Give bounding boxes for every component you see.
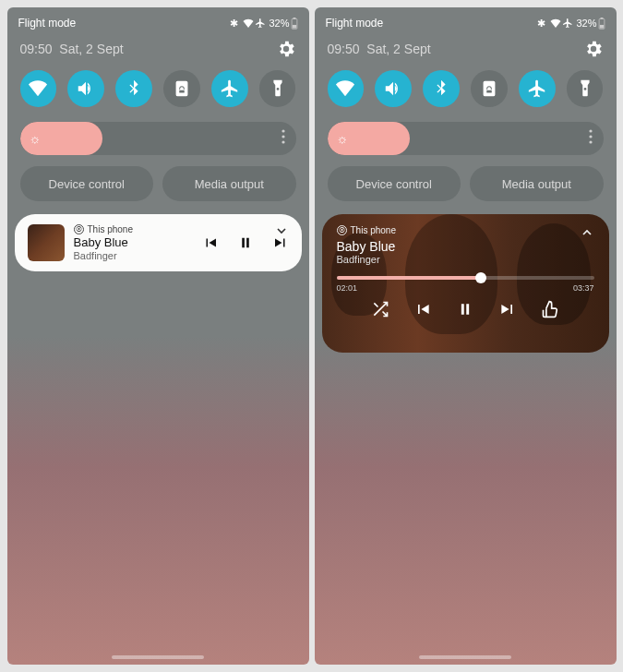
qs-bluetooth[interactable] bbox=[423, 70, 460, 107]
time-text: 09:50 bbox=[20, 42, 53, 56]
media-output-button[interactable]: Media output bbox=[470, 166, 604, 201]
device-control-button[interactable]: Device control bbox=[20, 166, 154, 201]
svg-point-11 bbox=[589, 140, 592, 143]
header-row: 09:50 Sat, 2 Sept bbox=[315, 33, 617, 70]
media-source-label: This phone bbox=[351, 225, 396, 235]
qs-rotation-lock[interactable] bbox=[471, 70, 508, 107]
date-text: Sat, 2 Sept bbox=[366, 42, 430, 56]
bluetooth-status-icon: ✱ bbox=[537, 18, 545, 30]
flight-mode-label: Flight mode bbox=[326, 17, 384, 30]
svg-rect-2 bbox=[292, 24, 295, 28]
brightness-slider[interactable]: ☼ bbox=[328, 122, 604, 155]
phone-screenshot-collapsed: Flight mode ✱ 32% 09:50 Sat, 2 Sept ☼ De… bbox=[7, 7, 309, 665]
device-control-button[interactable]: Device control bbox=[328, 166, 461, 201]
media-info: ⦿ This phone Baby Blue Badfinger bbox=[74, 224, 193, 261]
battery-icon bbox=[291, 18, 298, 30]
date-text: Sat, 2 Sept bbox=[59, 42, 123, 56]
qs-volume[interactable] bbox=[67, 70, 104, 107]
media-title: Baby Blue bbox=[337, 239, 594, 254]
quick-settings-row bbox=[7, 70, 309, 107]
svg-point-10 bbox=[589, 135, 592, 138]
qs-bluetooth[interactable] bbox=[115, 70, 152, 107]
brightness-slider[interactable]: ☼ bbox=[20, 122, 296, 155]
wifi-status-icon-svg bbox=[243, 18, 254, 28]
previous-button[interactable] bbox=[202, 234, 219, 251]
status-bar: Flight mode ✱ 32% bbox=[315, 7, 617, 33]
home-indicator[interactable] bbox=[419, 655, 511, 659]
media-artist: Badfinger bbox=[337, 254, 594, 265]
media-controls-expanded bbox=[337, 300, 594, 318]
svg-point-3 bbox=[282, 129, 284, 132]
svg-point-9 bbox=[589, 129, 592, 132]
brightness-icon: ☼ bbox=[30, 131, 42, 146]
qs-flashlight[interactable] bbox=[567, 70, 604, 107]
battery-icon bbox=[598, 18, 605, 30]
status-icons: ✱ 32% bbox=[537, 18, 605, 30]
home-indicator[interactable] bbox=[112, 655, 204, 659]
media-player-collapsed[interactable]: ⦿ This phone Baby Blue Badfinger bbox=[15, 214, 302, 271]
svg-rect-8 bbox=[599, 24, 603, 28]
brightness-menu-button[interactable] bbox=[589, 129, 593, 148]
qs-airplane[interactable] bbox=[211, 70, 248, 107]
media-artist: Badfinger bbox=[74, 250, 193, 261]
collapse-chevron-icon[interactable] bbox=[580, 225, 594, 244]
next-button[interactable] bbox=[498, 300, 517, 318]
header-row: 09:50 Sat, 2 Sept bbox=[7, 33, 309, 70]
status-icons: ✱ 32% bbox=[230, 18, 297, 30]
airplane-status-icon bbox=[562, 18, 573, 29]
bluetooth-status-icon: ✱ bbox=[230, 18, 238, 30]
airplane-status-icon bbox=[255, 18, 266, 29]
pause-button[interactable] bbox=[456, 300, 474, 318]
qs-wifi[interactable] bbox=[20, 70, 57, 107]
media-player-expanded[interactable]: ⦿ This phone Baby Blue Badfinger 02:01 0… bbox=[322, 214, 609, 353]
qs-airplane[interactable] bbox=[519, 70, 556, 107]
media-output-button[interactable]: Media output bbox=[162, 166, 296, 201]
battery-percent: 32% bbox=[576, 18, 596, 29]
svg-rect-1 bbox=[293, 18, 295, 18]
flight-mode-label: Flight mode bbox=[18, 17, 77, 30]
pause-button[interactable] bbox=[237, 234, 254, 251]
settings-button[interactable] bbox=[276, 39, 296, 59]
qs-rotation-lock[interactable] bbox=[163, 70, 200, 107]
qs-wifi[interactable] bbox=[328, 70, 365, 107]
expand-chevron-icon[interactable] bbox=[274, 223, 289, 242]
svg-point-4 bbox=[282, 135, 284, 138]
quick-settings-row bbox=[315, 70, 617, 107]
like-button[interactable] bbox=[541, 300, 559, 318]
qs-flashlight[interactable] bbox=[259, 70, 296, 107]
phone-screenshot-expanded: Flight mode ✱ 32% 09:50 Sat, 2 Sept ☼ De… bbox=[315, 7, 617, 665]
brightness-menu-button[interactable] bbox=[282, 129, 285, 148]
media-source: ⦿ This phone bbox=[74, 224, 193, 234]
media-source-label: This phone bbox=[88, 224, 133, 234]
svg-rect-7 bbox=[600, 18, 603, 18]
media-title: Baby Blue bbox=[74, 235, 193, 249]
wifi-status-icon bbox=[550, 18, 561, 28]
progress-bar[interactable]: 02:01 03:37 bbox=[337, 276, 594, 293]
media-source: ⦿ This phone bbox=[337, 225, 594, 235]
elapsed-time: 02:01 bbox=[337, 283, 358, 293]
qs-volume[interactable] bbox=[375, 70, 412, 107]
shortcut-buttons: Device control Media output bbox=[7, 166, 309, 201]
source-icon: ⦿ bbox=[337, 225, 347, 235]
album-art bbox=[28, 224, 65, 261]
svg-point-5 bbox=[282, 140, 284, 143]
total-time: 03:37 bbox=[573, 283, 594, 293]
shuffle-button[interactable] bbox=[371, 300, 389, 318]
wifi-status-icon bbox=[239, 18, 242, 29]
status-bar: Flight mode ✱ 32% bbox=[7, 7, 309, 33]
shortcut-buttons: Device control Media output bbox=[315, 166, 617, 201]
settings-button[interactable] bbox=[583, 39, 604, 59]
time-text: 09:50 bbox=[328, 42, 360, 56]
source-icon: ⦿ bbox=[74, 224, 84, 234]
brightness-icon: ☼ bbox=[337, 131, 349, 146]
time-date: 09:50 Sat, 2 Sept bbox=[20, 42, 124, 56]
previous-button[interactable] bbox=[413, 300, 432, 318]
battery-percent: 32% bbox=[269, 18, 289, 29]
time-date: 09:50 Sat, 2 Sept bbox=[328, 42, 431, 56]
